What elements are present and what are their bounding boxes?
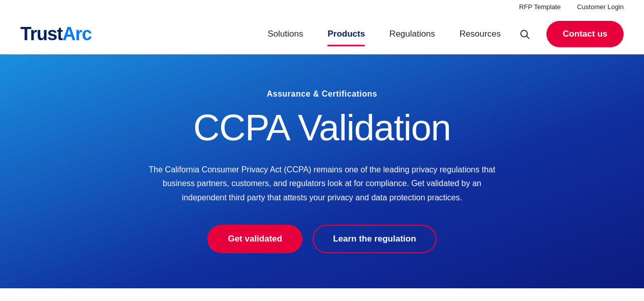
hero-subtitle: Assurance & Certifications [267, 89, 378, 99]
nav-regulations[interactable]: Regulations [379, 25, 445, 43]
contact-button[interactable]: Contact us [546, 21, 624, 47]
logo-text: TrustArc [20, 23, 91, 45]
learn-regulation-button[interactable]: Learn the regulation [313, 225, 436, 253]
get-validated-button[interactable]: Get validated [207, 225, 302, 253]
logo[interactable]: TrustArc [20, 23, 91, 45]
svg-point-0 [521, 30, 528, 37]
search-button[interactable] [511, 24, 538, 44]
hero-section: Assurance & Certifications CCPA Validati… [0, 54, 644, 288]
logo-trust: Trust [20, 23, 63, 44]
svg-line-1 [527, 36, 529, 39]
hero-title: CCPA Validation [193, 107, 451, 148]
nav-solutions[interactable]: Solutions [257, 25, 313, 43]
rfp-template-link[interactable]: RFP Template [519, 3, 561, 11]
main-nav: Solutions Products Regulations Resources [257, 25, 511, 43]
main-header: TrustArc Solutions Products Regulations … [0, 14, 644, 54]
hero-description: The California Consumer Privacy Act (CCP… [144, 163, 500, 204]
logo-arc: Arc [63, 23, 91, 44]
hero-buttons: Get validated Learn the regulation [207, 225, 436, 253]
customer-login-link[interactable]: Customer Login [577, 3, 624, 11]
utility-bar: RFP Template Customer Login [0, 0, 644, 14]
nav-products[interactable]: Products [317, 25, 375, 43]
nav-resources[interactable]: Resources [449, 25, 511, 43]
search-icon [519, 28, 530, 40]
